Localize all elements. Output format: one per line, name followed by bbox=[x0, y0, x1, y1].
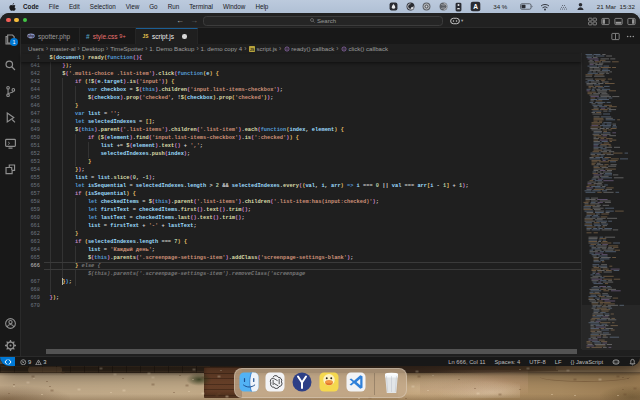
svg-text:A: A bbox=[473, 3, 478, 10]
svg-text:php: php bbox=[28, 34, 34, 38]
svg-text:JS: JS bbox=[143, 34, 149, 39]
svg-text:JS: JS bbox=[250, 47, 255, 51]
